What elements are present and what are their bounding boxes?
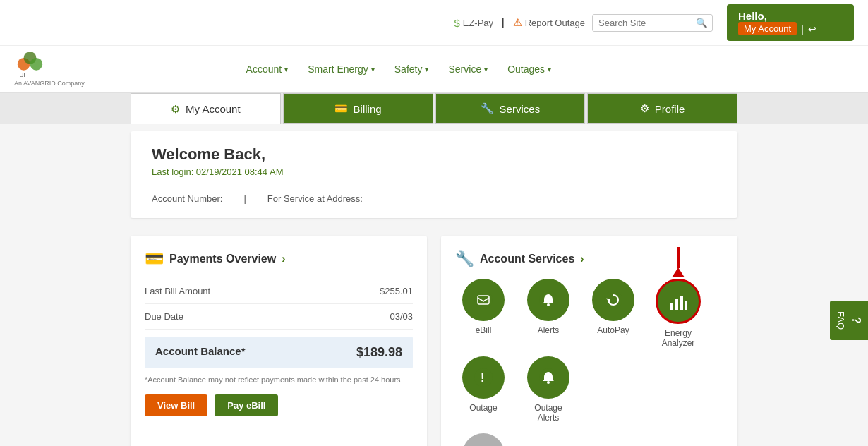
service-energy-analyzer[interactable]: EnergyAnalyzer [650, 279, 706, 348]
outage-circle-icon: ! [462, 356, 505, 399]
payments-icon: 💳 [145, 250, 164, 268]
search-box: 🔍 [592, 14, 713, 32]
logo-svg: UI [14, 52, 46, 80]
welcome-box: Welcome Back, Last login: 02/19/2021 08:… [131, 131, 737, 218]
welcome-title: Welcome Back, [152, 145, 716, 164]
ez-pay-icon: $ [454, 17, 459, 29]
main-nav: Account ▾ Smart Energy ▾ Safety ▾ Servic… [246, 64, 552, 75]
service-autopay[interactable]: AutoPay [585, 279, 641, 348]
arrow-line [677, 247, 680, 268]
divider-pipe: | [243, 193, 246, 204]
svg-rect-10 [670, 303, 673, 310]
service-address-label: For Service at Address: [267, 193, 363, 204]
alerts-icon [527, 279, 569, 321]
report-outage-link[interactable]: ⚠ Report Outage [513, 16, 585, 29]
energy-analyzer-label: EnergyAnalyzer [662, 328, 695, 348]
last-bill-value: $255.01 [380, 286, 413, 296]
account-services-title-text: Account Services [480, 253, 574, 265]
logout-icon[interactable]: ↩ [808, 23, 816, 35]
search-input[interactable] [593, 15, 692, 31]
faq-label: FAQ [836, 311, 846, 330]
tab-billing-icon: 💳 [334, 102, 348, 115]
tab-my-account-icon: ⚙ [171, 103, 180, 116]
report-outage-label: Report Outage [525, 18, 585, 28]
alerts-label: Alerts [538, 325, 560, 335]
balance-label: Account Balance* [155, 345, 246, 360]
energy-analyzer-icon [656, 279, 701, 324]
two-column-layout: 💳 Payments Overview › Last Bill Amount $… [131, 225, 737, 446]
services-row-1: eBill Alerts AutoPay [455, 279, 723, 423]
nav-safety[interactable]: Safety ▾ [394, 64, 429, 75]
tab-services-icon: 🔧 [481, 102, 494, 115]
nav-service[interactable]: Service ▾ [448, 64, 488, 75]
tab-my-account[interactable]: ⚙ My Account [131, 93, 281, 124]
svg-rect-13 [685, 301, 687, 310]
service-ebill[interactable]: eBill [455, 279, 512, 348]
separator: | [801, 23, 804, 35]
svg-text:!: ! [481, 372, 484, 384]
tab-billing-label: Billing [354, 103, 382, 115]
account-services-card: 🔧 Account Services › eBill [441, 236, 737, 446]
pay-ebill-button[interactable]: Pay eBill [215, 394, 278, 416]
service-outage-alerts[interactable]: OutageAlerts [520, 356, 577, 423]
svg-text:UI: UI [19, 72, 25, 78]
balance-note: *Account Balance may not reflect payment… [145, 375, 413, 384]
tab-billing[interactable]: 💳 Billing [283, 93, 433, 124]
service-budget-billing[interactable]: BudgetBilling [455, 433, 512, 446]
due-date-value: 03/03 [390, 311, 413, 322]
svg-point-2 [30, 58, 43, 71]
view-bill-button[interactable]: View Bill [145, 394, 207, 416]
last-login: Last login: 02/19/2021 08:44 AM [152, 167, 716, 177]
budget-billing-icon [462, 433, 505, 446]
last-bill-row: Last Bill Amount $255.01 [145, 279, 413, 304]
autopay-label: AutoPay [597, 325, 629, 335]
svg-rect-11 [675, 299, 678, 310]
svg-point-7 [547, 303, 550, 306]
company-sub: An AVANGRID Company [14, 80, 85, 87]
red-arrow-container [672, 247, 685, 277]
tab-profile-label: Profile [655, 103, 685, 115]
payments-arrow: › [282, 253, 285, 265]
svg-rect-12 [680, 296, 683, 310]
nav-outages[interactable]: Outages ▾ [507, 64, 551, 75]
svg-point-17 [547, 381, 550, 384]
payments-title: 💳 Payments Overview › [145, 250, 413, 268]
nav-account[interactable]: Account ▾ [246, 64, 289, 75]
tab-profile[interactable]: ⚙ Profile [587, 93, 737, 124]
search-button[interactable]: 🔍 [692, 15, 712, 31]
nav-account-arrow: ▾ [284, 66, 288, 73]
faq-question-icon: ? [850, 317, 862, 324]
nav-smart-energy-arrow: ▾ [371, 66, 375, 73]
nav-outages-arrow: ▾ [548, 66, 551, 73]
nav-service-arrow: ▾ [484, 66, 488, 73]
ebill-label: eBill [476, 325, 492, 335]
nav-safety-arrow: ▾ [425, 66, 428, 73]
ez-pay-link[interactable]: $ EZ-Pay [454, 17, 493, 29]
divider: | [502, 17, 505, 28]
my-account-header-link[interactable]: My Account [738, 22, 797, 35]
nav-smart-energy[interactable]: Smart Energy ▾ [308, 64, 375, 75]
services-wrench-icon: 🔧 [455, 250, 474, 268]
action-buttons: View Bill Pay eBill [145, 394, 413, 416]
account-services-arrow: › [580, 253, 584, 265]
service-alerts[interactable]: Alerts [520, 279, 577, 348]
account-number-label: Account Number: [152, 193, 222, 204]
outage-icon: ⚠ [513, 16, 522, 29]
last-bill-label: Last Bill Amount [145, 286, 210, 296]
balance-value: $189.98 [356, 345, 402, 360]
tab-my-account-label: My Account [186, 103, 241, 115]
due-date-row: Due Date 03/03 [145, 304, 413, 330]
svg-point-4 [474, 291, 493, 309]
balance-row: Account Balance* $189.98 [145, 337, 413, 368]
ez-pay-label: EZ-Pay [463, 18, 493, 28]
logo-area: UI An AVANGRID Company [14, 52, 85, 87]
arrow-head [672, 267, 685, 277]
tab-profile-icon: ⚙ [640, 102, 649, 115]
tab-services[interactable]: 🔧 Services [435, 93, 586, 124]
outage-label: Outage [469, 403, 497, 413]
service-outage[interactable]: ! Outage [455, 356, 512, 423]
svg-point-8 [604, 291, 622, 309]
hello-text: Hello, [738, 10, 816, 22]
ebill-icon [462, 279, 505, 321]
faq-sidebar[interactable]: ? FAQ [830, 301, 868, 340]
